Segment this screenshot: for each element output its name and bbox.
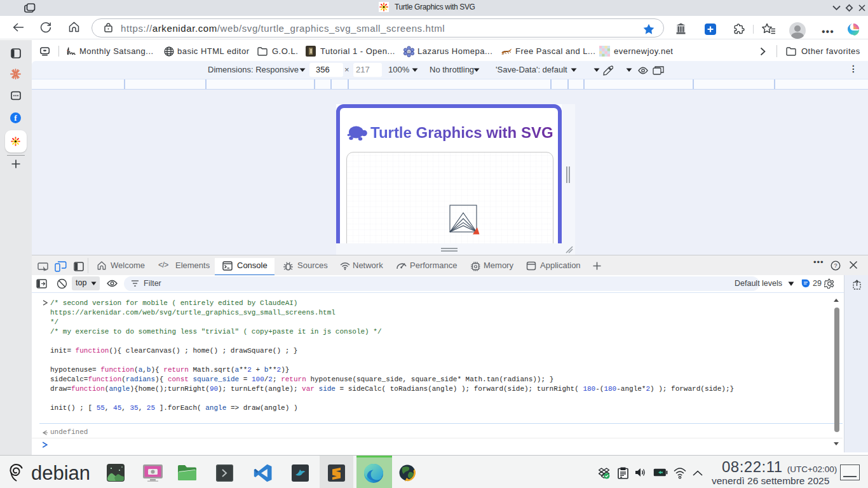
svg-text:?: ? bbox=[834, 262, 837, 269]
